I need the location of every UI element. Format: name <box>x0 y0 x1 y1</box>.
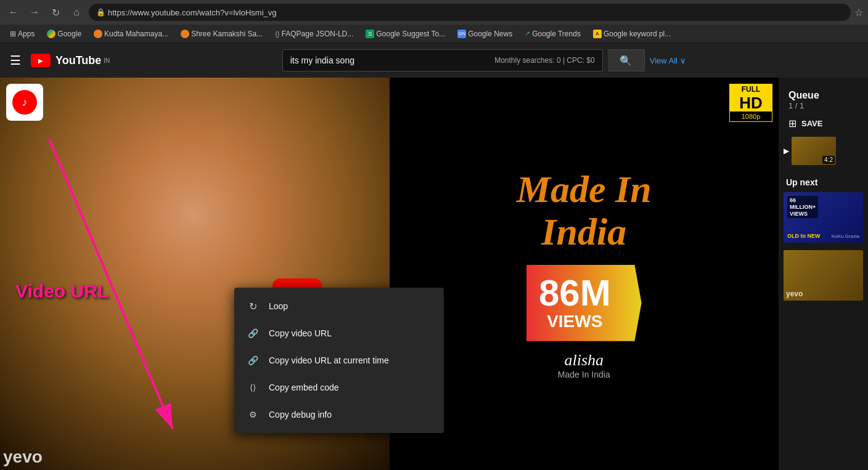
context-menu-copy-url[interactable]: 🔗 Copy video URL <box>234 320 444 347</box>
sony-logo-icon <box>12 90 37 115</box>
browser-chrome: ← → ↻ ⌂ 🔒 https://www.youtube.com/watch?… <box>0 0 868 43</box>
search-box-container: Monthly searches: 0 | CPC: $0 <box>282 49 603 71</box>
bookmark-gnews-label: Google News <box>468 30 512 38</box>
up-next-section: Up next 66MILLION+VIEWS OLD to NEW KuKu … <box>779 172 868 303</box>
video-player[interactable]: Made InIndia 86M VIEWS alisha Made In In… <box>0 78 779 470</box>
bookmark-faqpage[interactable]: {} FAQPage JSON-LD... <box>270 28 358 40</box>
up-next-header: Up next <box>779 172 868 190</box>
bookmarks-bar: ⊞ Apps Google Kudta Mahamaya... Shree Ka… <box>0 25 868 43</box>
kuku-grazia-text: KuKu Grazia <box>832 233 859 239</box>
trends-favicon-icon: ↗ <box>525 30 530 38</box>
views-number: 86M <box>539 275 611 312</box>
artist-name-text: alisha <box>558 351 610 370</box>
menu-button[interactable]: ☰ <box>10 53 21 68</box>
bookmark-kamakshi[interactable]: Shree Kamakshi Sa... <box>176 28 268 40</box>
context-menu: ↻ Loop 🔗 Copy video URL 🔗 Copy video URL… <box>234 288 444 433</box>
kudta-favicon-icon <box>94 30 102 38</box>
bookmark-gnews[interactable]: GN Google News <box>452 28 517 40</box>
up-next-video-2[interactable]: yevo <box>779 248 868 303</box>
bookmark-suggest[interactable]: S Google Suggest To... <box>361 28 450 40</box>
yevo-label-2: yevo <box>786 290 803 298</box>
view-all-button[interactable]: View All ∨ <box>650 56 686 65</box>
faqpage-favicon-icon: {} <box>275 30 279 38</box>
bookmark-google[interactable]: Google <box>42 28 86 40</box>
artist-name: alisha Made In India <box>558 351 610 379</box>
back-button[interactable]: ← <box>5 4 22 21</box>
bookmark-kudta[interactable]: Kudta Mahamaya... <box>89 28 173 40</box>
queue-duration: 4:2 <box>822 156 835 164</box>
youtube-header: ☰ YouTubeIN Monthly searches: 0 | CPC: $… <box>0 43 868 78</box>
forward-button[interactable]: → <box>26 4 43 21</box>
url-text: https://www.youtube.com/watch?v=lvloHsmi… <box>108 8 276 17</box>
up-next-thumb-2: yevo <box>784 250 863 301</box>
secure-icon: 🔒 <box>96 8 105 17</box>
main-content: Made InIndia 86M VIEWS alisha Made In In… <box>0 78 868 470</box>
context-loop-label: Loop <box>269 301 288 311</box>
million-views-badge: 66MILLION+VIEWS <box>787 196 818 218</box>
context-menu-embed[interactable]: ⟨⟩ Copy embed code <box>234 374 444 401</box>
queue-video-item[interactable]: ▶ 4:2 <box>779 134 868 168</box>
context-menu-copy-url-time[interactable]: 🔗 Copy video URL at current time <box>234 347 444 374</box>
bookmark-apps-label: Apps <box>18 30 35 38</box>
bookmark-apps[interactable]: ⊞ Apps <box>5 28 39 40</box>
play-queue-icon: ▶ <box>784 147 789 155</box>
bookmark-keyword[interactable]: A Google keyword pl... <box>588 28 676 40</box>
youtube-logo-text: YouTube <box>55 54 101 67</box>
made-in-india-panel: Made InIndia 86M VIEWS alisha Made In In… <box>390 78 779 470</box>
bookmark-keyword-label: Google keyword pl... <box>604 30 671 38</box>
fullhd-badge: FULL HD 1080p <box>729 84 772 121</box>
youtube-logo-icon <box>31 54 51 67</box>
bookmark-suggest-label: Google Suggest To... <box>376 30 445 38</box>
context-menu-loop[interactable]: ↻ Loop <box>234 293 444 320</box>
up-next-label: Up next <box>786 177 861 187</box>
gnews-favicon-icon: GN <box>457 30 466 38</box>
video-area: Made InIndia 86M VIEWS alisha Made In In… <box>0 78 779 470</box>
queue-title: Queue <box>788 90 858 101</box>
context-debug-label: Copy debug info <box>269 410 332 419</box>
search-stats-text: Monthly searches: 0 | CPC: $0 <box>487 56 602 65</box>
context-copy-url-label: Copy video URL <box>269 328 332 338</box>
up-next-video-1[interactable]: 66MILLION+VIEWS OLD to NEW KuKu Grazia <box>779 190 868 245</box>
add-to-queue-icon: ⊞ <box>788 118 796 129</box>
youtube-country-label: IN <box>104 57 110 64</box>
bookmark-trends-label: Google Trends <box>532 30 581 38</box>
bookmark-google-label: Google <box>57 30 81 38</box>
save-button[interactable]: SAVE <box>801 119 822 128</box>
views-badge: 86M VIEWS <box>526 265 642 341</box>
bookmark-kudta-label: Kudta Mahamaya... <box>104 30 168 38</box>
old-to-new-badge: OLD to NEW <box>787 233 821 239</box>
apps-grid-icon: ⊞ <box>10 30 16 38</box>
yevo-watermark: yevo <box>3 447 43 467</box>
search-button[interactable]: 🔍 <box>608 49 645 71</box>
debug-icon: ⚙ <box>247 408 259 421</box>
video-background: Made InIndia 86M VIEWS alisha Made In In… <box>0 78 779 470</box>
bookmark-kamakshi-label: Shree Kamakshi Sa... <box>191 30 263 38</box>
bookmark-trends[interactable]: ↗ Google Trends <box>520 28 586 40</box>
kamakshi-favicon-icon <box>181 30 189 38</box>
search-input[interactable] <box>283 55 487 65</box>
queue-header: Queue 1 / 1 <box>779 83 868 113</box>
up-next-thumb-1: 66MILLION+VIEWS OLD to NEW KuKu Grazia <box>784 192 863 243</box>
refresh-button[interactable]: ↻ <box>47 4 64 21</box>
context-copy-url-time-label: Copy video URL at current time <box>269 355 389 365</box>
copy-url-icon: 🔗 <box>247 327 259 339</box>
fullhd-hd-text: HD <box>729 95 772 111</box>
keyword-favicon-icon: A <box>593 30 602 38</box>
context-menu-debug[interactable]: ⚙ Copy debug info <box>234 401 444 428</box>
context-embed-label: Copy embed code <box>269 383 339 392</box>
queue-actions: ⊞ SAVE <box>779 113 868 134</box>
sony-music-logo <box>6 84 43 121</box>
google-favicon-icon <box>47 30 55 38</box>
browser-toolbar: ← → ↻ ⌂ 🔒 https://www.youtube.com/watch?… <box>0 0 868 25</box>
address-bar[interactable]: 🔒 https://www.youtube.com/watch?v=lvloHs… <box>89 4 851 21</box>
queue-section: Queue 1 / 1 ⊞ SAVE ▶ 4:2 <box>779 83 868 168</box>
home-button[interactable]: ⌂ <box>68 4 85 21</box>
suggest-favicon-icon: S <box>366 30 374 38</box>
bookmark-star-icon[interactable]: ☆ <box>854 7 863 18</box>
fullhd-resolution-text: 1080p <box>729 111 772 122</box>
copy-url-time-icon: 🔗 <box>247 354 259 367</box>
queue-video-thumbnail: 4:2 <box>792 137 836 165</box>
made-in-india-text: Made InIndia <box>517 168 652 252</box>
youtube-logo[interactable]: YouTubeIN <box>31 54 110 67</box>
loop-icon: ↻ <box>247 300 259 312</box>
